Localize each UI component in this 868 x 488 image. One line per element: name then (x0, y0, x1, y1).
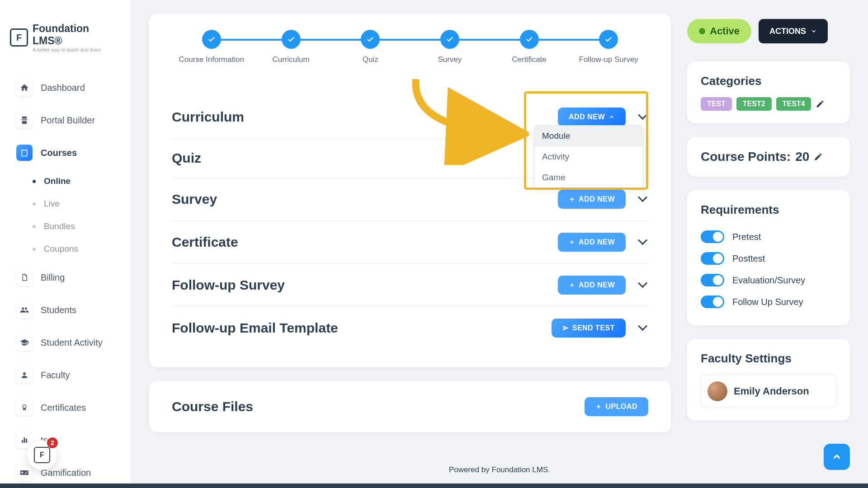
requirement-row-posttest: Posttest (701, 248, 836, 269)
add-new-survey-button[interactable]: ADD NEW (558, 190, 626, 209)
section-followup-survey: Follow-up Survey ADD NEW (172, 264, 648, 307)
svg-point-0 (23, 372, 26, 375)
edit-icon[interactable] (814, 152, 823, 161)
sidebar-item-label: Student Activity (41, 338, 103, 348)
course-points-card: Course Points: 20 (687, 137, 850, 177)
add-new-followup-button[interactable]: ADD NEW (558, 276, 626, 295)
button-label: ADD NEW (569, 113, 605, 121)
sidebar-item-billing[interactable]: Billing (5, 262, 126, 293)
sidebar-item-label: Courses (41, 148, 77, 158)
sidebar-item-label: Gamification (41, 468, 91, 478)
step-certificate[interactable]: Certificate (490, 30, 569, 64)
plus-icon (569, 239, 575, 245)
button-label: ACTIONS (769, 27, 806, 36)
home-icon (16, 80, 33, 96)
category-tag[interactable]: TEST4 (776, 97, 811, 111)
sidebar-item-reports[interactable]: ts (5, 425, 126, 455)
faculty-name: Emily Anderson (734, 385, 809, 397)
button-label: ADD NEW (579, 195, 615, 203)
category-tag[interactable]: TEST (701, 97, 732, 111)
points-value: 20 (795, 150, 809, 164)
section-title: Curriculum (172, 109, 244, 125)
edit-icon[interactable] (816, 99, 825, 108)
dropdown-item-activity[interactable]: Activity (535, 146, 642, 167)
faculty-settings-card: Faculty Settings Emily Anderson (687, 339, 850, 421)
add-new-certificate-button[interactable]: ADD NEW (558, 233, 626, 252)
chevron-down-icon[interactable] (639, 324, 648, 333)
section-curriculum: Curriculum ADD NEW Module Activity (172, 96, 648, 139)
sidebar-subitem-bundles[interactable]: Bundles (28, 215, 131, 238)
step-label: Follow-up Survey (579, 55, 638, 64)
card-title: Categories (701, 74, 836, 88)
section-title: Quiz (172, 150, 201, 166)
sidebar-item-students[interactable]: Students (5, 295, 126, 325)
billing-icon (16, 269, 33, 286)
sidebar-item-courses[interactable]: Courses (5, 137, 126, 168)
add-new-curriculum-button[interactable]: ADD NEW (558, 108, 626, 127)
step-survey[interactable]: Survey (410, 30, 490, 64)
avatar (708, 381, 727, 401)
footer-text: Powered by Foundation LMS. (449, 465, 550, 474)
dropdown-item-game[interactable]: Game (535, 167, 642, 188)
requirement-label: Pretest (732, 232, 761, 242)
chevron-up-icon (831, 451, 843, 463)
bullet-icon (33, 248, 36, 251)
chevron-down-icon (811, 28, 817, 34)
sidebar-subitem-coupons[interactable]: Coupons (28, 238, 131, 260)
chevron-down-icon[interactable] (639, 195, 648, 204)
requirement-label: Follow Up Survey (732, 297, 803, 307)
toggle-followup[interactable] (701, 296, 724, 308)
sidebar-subitem-live[interactable]: Live (28, 192, 131, 215)
sidebar-subitem-online[interactable]: Online (28, 170, 131, 192)
sidebar-item-dashboard[interactable]: Dashboard (5, 72, 126, 103)
brand-block: F Foundation LMS® A better way to teach … (0, 0, 131, 70)
chevron-down-icon[interactable] (639, 281, 648, 290)
step-quiz[interactable]: Quiz (330, 30, 410, 64)
toggle-pretest[interactable] (701, 230, 724, 243)
category-tag[interactable]: TEST2 (736, 97, 772, 111)
check-icon (520, 30, 539, 49)
step-curriculum[interactable]: Curriculum (251, 30, 331, 64)
sidebar-item-label: Students (41, 305, 76, 315)
sidebar-subitem-label: Online (44, 176, 71, 186)
book-icon (16, 145, 33, 161)
check-icon (599, 30, 618, 49)
check-icon (440, 30, 459, 49)
step-course-info[interactable]: Course Information (172, 30, 251, 64)
card-title: Faculty Settings (701, 352, 836, 366)
toggle-posttest[interactable] (701, 252, 724, 265)
progress-stepper: Course Information Curriculum Quiz Surve… (172, 30, 648, 64)
faculty-box[interactable]: Emily Anderson (701, 375, 836, 408)
sidebar-item-certificates[interactable]: Certificates (5, 392, 126, 423)
upload-button[interactable]: UPLOAD (585, 397, 648, 416)
step-label: Survey (438, 55, 462, 64)
notification-badge: 2 (47, 437, 58, 448)
sidebar-item-portal-builder[interactable]: Portal Builder (5, 105, 126, 136)
section-title: Follow-up Survey (172, 277, 285, 293)
button-label: UPLOAD (605, 403, 637, 411)
scroll-top-button[interactable] (824, 444, 850, 470)
send-test-button[interactable]: SEND TEST (552, 319, 626, 338)
sidebar-item-student-activity[interactable]: Student Activity (5, 327, 126, 358)
section-title: Follow-up Email Template (172, 320, 338, 336)
toggle-evaluation[interactable] (701, 274, 724, 286)
bullet-icon (33, 202, 36, 206)
categories-card: Categories TEST TEST2 TEST4 (687, 61, 850, 123)
sidebar-subitem-label: Live (44, 199, 60, 209)
add-new-dropdown: Module Activity Game (534, 125, 643, 188)
help-fab[interactable]: F 2 (27, 440, 57, 470)
dropdown-item-module[interactable]: Module (535, 126, 642, 146)
sidebar-subitem-label: Bundles (44, 221, 75, 231)
sidebar-item-label: Dashboard (41, 83, 85, 93)
course-builder-card: Course Information Curriculum Quiz Surve… (149, 14, 671, 367)
actions-button[interactable]: ACTIONS (759, 19, 828, 43)
status-dot-icon (699, 28, 705, 34)
chevron-down-icon[interactable] (639, 113, 648, 122)
course-files-card: Course Files UPLOAD (149, 381, 671, 432)
sidebar-item-faculty[interactable]: Faculty (5, 360, 126, 390)
check-icon (282, 30, 301, 49)
sidebar-item-label: Portal Builder (41, 115, 95, 126)
step-followup[interactable]: Follow-up Survey (569, 30, 648, 64)
chevron-down-icon[interactable] (639, 238, 648, 247)
button-label: ADD NEW (579, 281, 615, 289)
